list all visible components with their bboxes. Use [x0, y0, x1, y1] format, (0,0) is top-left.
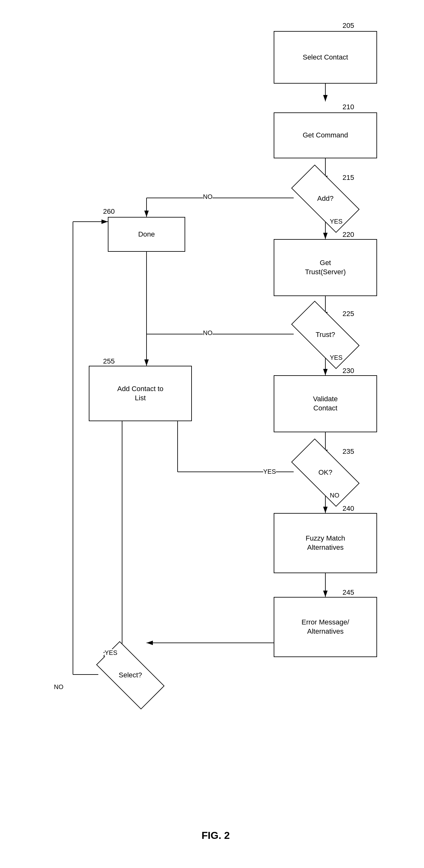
label-add-yes: YES	[330, 218, 342, 225]
step-num-260: 260	[103, 208, 115, 216]
step-num-255: 255	[103, 357, 115, 366]
diamond-trust: Trust?	[294, 318, 357, 351]
label-add-no: NO	[203, 193, 213, 200]
label-select-yes: YES	[105, 649, 117, 656]
box-add-contact-list: Add Contact to List	[89, 366, 192, 421]
diamond-ok: OK?	[294, 456, 357, 489]
box-error-message: Error Message/ Alternatives	[274, 597, 377, 657]
box-select-contact: Select Contact	[274, 31, 377, 84]
box-get-trust: Get Trust(Server)	[274, 239, 377, 296]
box-validate-contact: Validate Contact	[274, 375, 377, 432]
label-ok-no: NO	[330, 492, 339, 499]
step-num-215: 215	[342, 174, 354, 182]
diamond-add: Add?	[294, 182, 357, 215]
label-ok-yes: YES	[263, 468, 276, 475]
step-num-220: 220	[342, 230, 354, 239]
box-done: Done	[108, 217, 185, 252]
box-get-command: Get Command	[274, 113, 377, 158]
label-trust-no: NO	[203, 329, 213, 337]
figure-label: FIG. 2	[184, 830, 247, 841]
box-fuzzy-match: Fuzzy Match Alternatives	[274, 513, 377, 573]
label-select-no: NO	[54, 683, 63, 691]
label-trust-yes: YES	[330, 354, 342, 361]
step-num-245: 245	[342, 588, 354, 597]
step-num-235: 235	[342, 447, 354, 456]
step-num-210: 210	[342, 103, 354, 111]
step-num-240: 240	[342, 504, 354, 513]
flowchart-diagram: 205 Select Contact 210 Get Command 215 A…	[0, 0, 424, 855]
step-num-225: 225	[342, 310, 354, 318]
step-num-230: 230	[342, 367, 354, 375]
diamond-select: Select?	[98, 659, 162, 692]
step-num-205: 205	[342, 22, 354, 30]
